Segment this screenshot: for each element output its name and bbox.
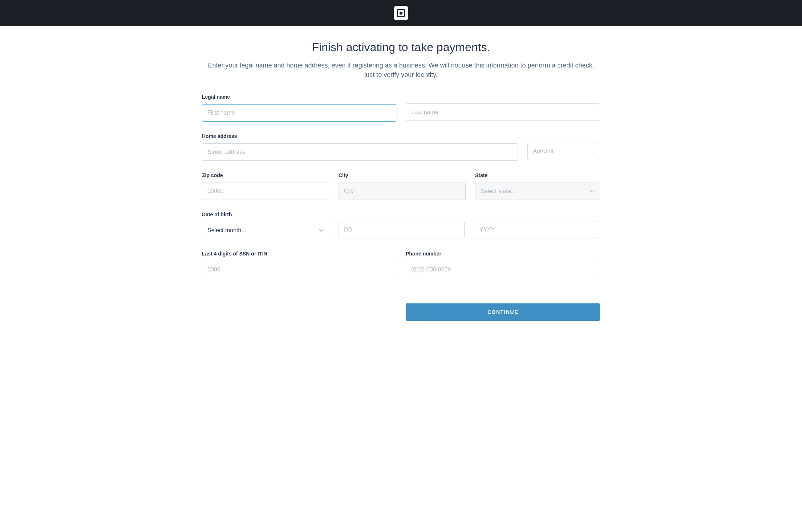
phone-input[interactable] [406, 261, 600, 278]
row-dob: Date of birth Select month... [202, 212, 600, 239]
apt-unit-input[interactable] [527, 143, 600, 160]
ssn-input[interactable] [202, 261, 396, 278]
dob-label: Date of birth [202, 212, 329, 217]
continue-button[interactable]: CONTINUE [406, 303, 600, 321]
first-name-input[interactable] [202, 104, 396, 122]
last-name-input[interactable] [406, 103, 600, 121]
dob-year-input[interactable] [474, 221, 600, 238]
dob-month-text: Select month... [207, 227, 246, 234]
zip-input[interactable] [202, 183, 329, 200]
row-zip-city-state: Zip code City State Select state... [202, 172, 600, 200]
state-select-text: Select state... [481, 188, 516, 195]
chevron-down-icon [590, 189, 595, 193]
state-select[interactable]: Select state... [475, 183, 600, 200]
dob-month-select[interactable]: Select month... [202, 222, 329, 239]
zip-label: Zip code [202, 172, 329, 178]
row-ssn-phone: Last 4 digits of SSN or ITIN Phone numbe… [202, 251, 600, 278]
street-address-input[interactable] [202, 143, 518, 161]
square-logo-icon [394, 6, 408, 20]
page-subtitle: Enter your legal name and home address, … [205, 61, 597, 79]
city-input[interactable] [339, 183, 466, 200]
divider [202, 290, 600, 290]
app-header [0, 0, 802, 26]
row-legal-name: Legal name [202, 94, 600, 122]
page-title: Finish activating to take payments. [202, 41, 600, 54]
state-label: State [475, 172, 600, 178]
form-container: Finish activating to take payments. Ente… [202, 26, 600, 343]
dob-day-input[interactable] [339, 221, 465, 238]
legal-name-label: Legal name [202, 94, 396, 100]
home-address-label: Home address [202, 133, 518, 139]
ssn-label: Last 4 digits of SSN or ITIN [202, 251, 396, 257]
button-row: CONTINUE [202, 303, 600, 321]
row-home-address: Home address [202, 133, 600, 161]
phone-label: Phone number [406, 251, 600, 257]
city-label: City [339, 172, 466, 178]
chevron-down-icon [319, 228, 324, 233]
